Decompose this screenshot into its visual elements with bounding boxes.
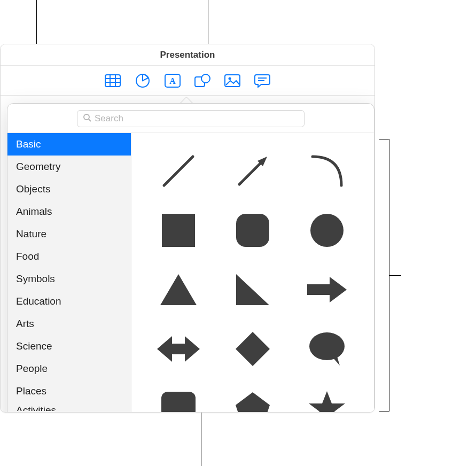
search-input[interactable] bbox=[95, 113, 299, 124]
sidebar-item-label: Animals bbox=[16, 206, 52, 217]
sidebar-item-animals[interactable]: Animals bbox=[7, 200, 131, 223]
svg-marker-26 bbox=[236, 332, 270, 366]
svg-point-21 bbox=[310, 214, 344, 247]
sidebar-item-label: Symbols bbox=[16, 273, 55, 284]
svg-marker-25 bbox=[157, 336, 200, 362]
category-sidebar: Basic Geometry Objects Animals Nature Fo… bbox=[7, 133, 131, 413]
sidebar-item-label: Nature bbox=[16, 228, 46, 239]
svg-point-9 bbox=[201, 74, 210, 83]
sidebar-item-label: Objects bbox=[16, 183, 50, 195]
svg-text:A: A bbox=[169, 76, 176, 86]
sidebar-item-label: Food bbox=[16, 251, 39, 262]
pentagon-shape[interactable] bbox=[217, 380, 288, 413]
sidebar-item-activities[interactable]: Activities bbox=[7, 402, 131, 411]
arrow-line-shape[interactable] bbox=[217, 143, 288, 199]
svg-line-17 bbox=[239, 161, 263, 184]
circle-shape[interactable] bbox=[291, 202, 362, 258]
svg-rect-19 bbox=[162, 214, 195, 247]
star-shape[interactable] bbox=[291, 380, 362, 413]
sidebar-item-science[interactable]: Science bbox=[7, 335, 131, 358]
svg-rect-29 bbox=[161, 392, 196, 413]
curve-shape[interactable] bbox=[291, 143, 362, 199]
sidebar-item-label: Education bbox=[16, 296, 61, 307]
diamond-shape[interactable] bbox=[217, 321, 288, 377]
svg-rect-0 bbox=[105, 75, 120, 87]
sidebar-item-symbols[interactable]: Symbols bbox=[7, 268, 131, 290]
svg-marker-31 bbox=[236, 392, 270, 413]
callout-line bbox=[201, 411, 201, 466]
svg-point-27 bbox=[309, 332, 345, 360]
svg-marker-24 bbox=[307, 277, 347, 302]
window-title: Presentation bbox=[1, 44, 374, 66]
chart-button[interactable] bbox=[134, 73, 152, 89]
square-shape[interactable] bbox=[143, 202, 214, 258]
sidebar-item-label: Basic bbox=[16, 138, 41, 150]
svg-marker-23 bbox=[236, 274, 269, 305]
svg-point-14 bbox=[84, 114, 89, 120]
text-button[interactable]: A bbox=[163, 73, 182, 89]
triangle-shape[interactable] bbox=[143, 261, 214, 317]
sidebar-item-places[interactable]: Places bbox=[7, 380, 131, 402]
svg-point-11 bbox=[229, 77, 231, 80]
svg-line-16 bbox=[164, 157, 193, 185]
sidebar-item-nature[interactable]: Nature bbox=[7, 223, 131, 245]
sidebar-item-label: Science bbox=[16, 340, 52, 352]
svg-rect-10 bbox=[225, 75, 240, 87]
sidebar-item-label: Activities bbox=[16, 405, 56, 411]
speech-bubble-round-shape[interactable] bbox=[291, 321, 362, 377]
comment-button[interactable] bbox=[253, 73, 271, 89]
rounded-square-shape[interactable] bbox=[217, 202, 288, 258]
shape-button[interactable] bbox=[193, 73, 212, 89]
svg-line-15 bbox=[89, 119, 91, 121]
double-arrow-shape[interactable] bbox=[143, 321, 214, 377]
right-triangle-shape[interactable] bbox=[217, 261, 288, 317]
sidebar-item-objects[interactable]: Objects bbox=[7, 178, 131, 200]
search-icon bbox=[83, 113, 91, 124]
search-field[interactable] bbox=[77, 110, 305, 127]
shape-grid bbox=[131, 133, 374, 413]
line-shape[interactable] bbox=[143, 143, 214, 199]
arrow-right-shape[interactable] bbox=[291, 261, 362, 317]
svg-marker-22 bbox=[160, 274, 197, 305]
sidebar-item-label: Places bbox=[16, 385, 46, 397]
table-button[interactable] bbox=[104, 73, 122, 89]
callout-bracket bbox=[389, 139, 389, 411]
sidebar-item-basic[interactable]: Basic bbox=[7, 133, 131, 156]
speech-bubble-square-shape[interactable] bbox=[143, 380, 214, 413]
svg-rect-20 bbox=[236, 214, 269, 247]
app-window: Presentation A bbox=[0, 44, 375, 413]
sidebar-item-people[interactable]: People bbox=[7, 358, 131, 380]
sidebar-item-geometry[interactable]: Geometry bbox=[7, 156, 131, 178]
svg-marker-32 bbox=[309, 391, 345, 413]
sidebar-item-food[interactable]: Food bbox=[7, 245, 131, 268]
toolbar: A bbox=[1, 66, 374, 96]
shapes-popover: Basic Geometry Objects Animals Nature Fo… bbox=[7, 103, 374, 413]
sidebar-item-label: People bbox=[16, 363, 48, 374]
sidebar-item-arts[interactable]: Arts bbox=[7, 313, 131, 335]
media-button[interactable] bbox=[223, 73, 241, 89]
sidebar-item-label: Geometry bbox=[16, 161, 60, 172]
sidebar-item-education[interactable]: Education bbox=[7, 290, 131, 313]
sidebar-item-label: Arts bbox=[16, 318, 34, 329]
